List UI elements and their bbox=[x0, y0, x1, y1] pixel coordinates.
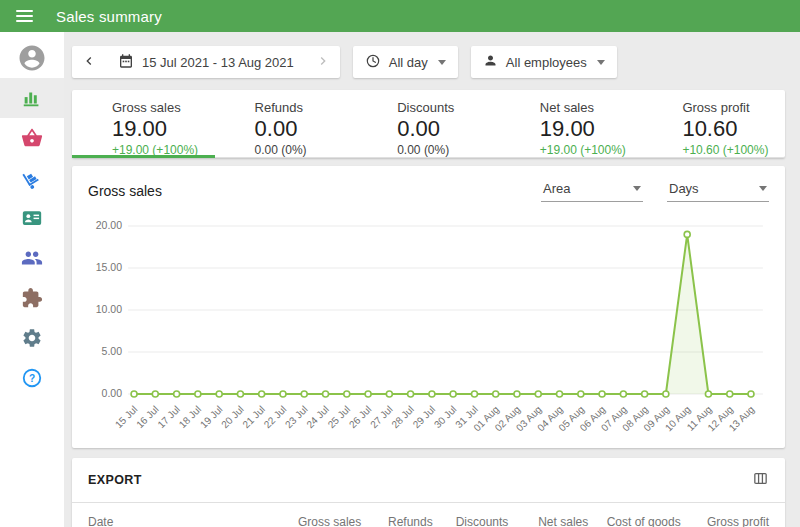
svg-text:15.00: 15.00 bbox=[96, 262, 122, 274]
svg-text:15 Jul: 15 Jul bbox=[113, 404, 140, 431]
hamburger-menu-button[interactable] bbox=[2, 0, 46, 32]
svg-text:5.00: 5.00 bbox=[102, 346, 123, 358]
col-header-discounts: Discounts bbox=[433, 515, 509, 527]
date-range-label: 15 Jul 2021 - 13 Aug 2021 bbox=[142, 55, 294, 70]
sidebar-item-account[interactable] bbox=[0, 38, 64, 78]
sidebar-item-reports[interactable] bbox=[0, 78, 64, 118]
next-period-button[interactable] bbox=[306, 46, 340, 78]
chart-interval-select[interactable]: Days bbox=[667, 181, 769, 202]
svg-text:20.00: 20.00 bbox=[96, 220, 122, 232]
sidebar-item-customers[interactable] bbox=[0, 238, 64, 278]
caret-down-icon bbox=[438, 60, 446, 65]
basket-icon bbox=[21, 127, 43, 149]
columns-icon bbox=[752, 470, 769, 490]
svg-text:25 Jul: 25 Jul bbox=[326, 404, 353, 431]
topbar: Sales summary bbox=[0, 0, 800, 32]
stat-tab-net-sales[interactable]: Net sales 19.00 +19.00 (+100%) bbox=[500, 90, 643, 157]
svg-text:18 Jul: 18 Jul bbox=[177, 404, 204, 431]
puzzle-icon bbox=[21, 287, 43, 309]
stat-value: 19.00 bbox=[540, 116, 643, 141]
stat-tab-refunds[interactable]: Refunds 0.00 0.00 (0%) bbox=[215, 90, 358, 157]
col-header-gross-sales: Gross sales bbox=[265, 515, 362, 527]
caret-down-icon bbox=[597, 60, 605, 65]
col-header-gross-profit: Gross profit bbox=[681, 515, 769, 527]
sidebar-item-items[interactable] bbox=[0, 118, 64, 158]
area-chart: 0.005.0010.0015.0020.0015 Jul16 Jul17 Ju… bbox=[88, 206, 769, 444]
prev-period-button[interactable] bbox=[72, 46, 106, 78]
account-icon bbox=[17, 43, 47, 73]
hand-truck-icon bbox=[21, 167, 43, 189]
chart-type-select[interactable]: Area bbox=[541, 181, 643, 202]
column-settings-button[interactable] bbox=[752, 470, 769, 490]
stats-tabs: Gross sales 19.00 +19.00 (+100%) Refunds… bbox=[72, 90, 785, 158]
filters-toolbar: 15 Jul 2021 - 13 Aug 2021 All day All em… bbox=[72, 46, 785, 78]
stat-label: Net sales bbox=[540, 100, 643, 115]
svg-text:26 Jul: 26 Jul bbox=[347, 404, 374, 431]
chart-card: Gross sales Area Days 0.005.0010.0015.00… bbox=[72, 166, 785, 448]
sidebar: ? bbox=[0, 32, 64, 527]
svg-text:19 Jul: 19 Jul bbox=[198, 404, 225, 431]
date-range-group: 15 Jul 2021 - 13 Aug 2021 bbox=[72, 46, 340, 78]
stat-value: 0.00 bbox=[397, 116, 500, 141]
time-filter-dropdown[interactable]: All day bbox=[353, 46, 458, 78]
stat-tab-gross-profit[interactable]: Gross profit 10.60 +10.60 (+100%) bbox=[642, 90, 785, 157]
stat-label: Refunds bbox=[255, 100, 358, 115]
stat-delta: +19.00 (+100%) bbox=[540, 143, 643, 157]
stat-value: 19.00 bbox=[112, 116, 215, 141]
sidebar-item-settings[interactable] bbox=[0, 318, 64, 358]
stat-delta: 0.00 (0%) bbox=[255, 143, 358, 157]
svg-text:21 Jul: 21 Jul bbox=[240, 404, 267, 431]
svg-text:?: ? bbox=[29, 373, 35, 384]
gear-icon bbox=[21, 327, 43, 349]
svg-text:29 Jul: 29 Jul bbox=[411, 404, 438, 431]
chart-interval-value: Days bbox=[669, 181, 699, 196]
svg-text:22 Jul: 22 Jul bbox=[262, 404, 289, 431]
chart-header: Gross sales Area Days bbox=[88, 176, 769, 206]
svg-text:27 Jul: 27 Jul bbox=[368, 404, 395, 431]
stat-label: Gross profit bbox=[682, 100, 785, 115]
help-icon: ? bbox=[21, 367, 43, 389]
hamburger-icon bbox=[16, 10, 33, 12]
clock-icon bbox=[365, 53, 381, 72]
col-header-date: Date bbox=[88, 515, 265, 527]
col-header-net-sales: Net sales bbox=[508, 515, 588, 527]
employee-filter-label: All employees bbox=[506, 55, 587, 70]
svg-text:28 Jul: 28 Jul bbox=[389, 404, 416, 431]
sidebar-item-help[interactable]: ? bbox=[0, 358, 64, 398]
svg-text:24 Jul: 24 Jul bbox=[304, 404, 331, 431]
bar-chart-icon bbox=[21, 87, 43, 109]
svg-text:30 Jul: 30 Jul bbox=[432, 404, 459, 431]
svg-text:16 Jul: 16 Jul bbox=[134, 404, 161, 431]
svg-text:10.00: 10.00 bbox=[96, 304, 122, 316]
stat-value: 0.00 bbox=[255, 116, 358, 141]
chart-title: Gross sales bbox=[88, 183, 162, 199]
col-header-cost-of-goods: Cost of goods bbox=[588, 515, 680, 527]
calendar-icon bbox=[118, 53, 134, 72]
people-icon bbox=[21, 247, 43, 269]
svg-text:23 Jul: 23 Jul bbox=[283, 404, 310, 431]
export-table-header: Date Gross sales Refunds Discounts Net s… bbox=[72, 503, 785, 527]
chart-type-value: Area bbox=[543, 181, 570, 196]
caret-down-icon bbox=[633, 186, 641, 191]
stat-tab-gross-sales[interactable]: Gross sales 19.00 +19.00 (+100%) bbox=[72, 90, 215, 157]
chart-selects: Area Days bbox=[541, 181, 769, 202]
chevron-right-icon bbox=[315, 53, 331, 72]
sidebar-item-integrations[interactable] bbox=[0, 278, 64, 318]
employee-filter-dropdown[interactable]: All employees bbox=[471, 46, 617, 78]
chevron-left-icon bbox=[81, 53, 97, 72]
caret-down-icon bbox=[759, 186, 767, 191]
stat-tab-discounts[interactable]: Discounts 0.00 0.00 (0%) bbox=[357, 90, 500, 157]
export-card: EXPORT Date Gross sales Refunds Discount… bbox=[72, 458, 785, 527]
active-tab-underline bbox=[72, 155, 215, 158]
sidebar-item-employees[interactable] bbox=[0, 198, 64, 238]
page-title: Sales summary bbox=[56, 8, 162, 25]
export-header: EXPORT bbox=[72, 458, 785, 503]
sidebar-item-inventory[interactable] bbox=[0, 158, 64, 198]
stat-delta: 0.00 (0%) bbox=[397, 143, 500, 157]
svg-text:0.00: 0.00 bbox=[102, 388, 123, 400]
export-button[interactable]: EXPORT bbox=[88, 473, 142, 487]
date-range-button[interactable]: 15 Jul 2021 - 13 Aug 2021 bbox=[106, 46, 306, 78]
stat-label: Discounts bbox=[397, 100, 500, 115]
main-content: 15 Jul 2021 - 13 Aug 2021 All day All em… bbox=[64, 32, 800, 527]
col-header-refunds: Refunds bbox=[361, 515, 432, 527]
